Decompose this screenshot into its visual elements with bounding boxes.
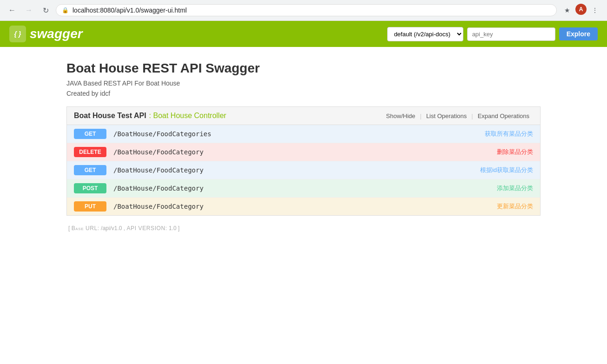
main-content: Boat House REST API Swagger JAVA Based R… [48,47,559,245]
api-created-by: Created by idcf [66,90,541,97]
swagger-header: { } swagger default (/v2/api-docs) Explo… [0,21,607,47]
show-hide-link[interactable]: Show/Hide [383,113,419,119]
api-version-label: API VERSION: [127,225,167,232]
api-section-actions: Show/Hide | List Operations | Expand Ope… [383,113,533,119]
api-title: Boat House REST API Swagger [66,61,541,76]
operation-summary: 添加菜品分类 [497,184,533,192]
divider-1: | [419,113,422,119]
menu-button[interactable]: ⋮ [588,4,601,17]
bookmark-button[interactable]: ★ [561,4,574,17]
swagger-logo: { } swagger [9,26,387,42]
bracket-open: [ [68,225,72,232]
back-button[interactable]: ← [6,4,19,17]
address-bar: 🔒 [56,4,557,16]
api-docs-select[interactable]: default (/v2/api-docs) [387,27,463,41]
operations-list: GET/BoatHouse/FoodCategories获取所有菜品分类DELE… [67,125,540,215]
operation-summary: 根据id获取菜品分类 [480,166,533,174]
method-badge-get: GET [74,129,106,139]
api-description: JAVA Based REST API For Boat House [66,79,541,87]
operation-path: /BoatHouse/FoodCategories [113,130,485,138]
divider-2: | [470,113,474,119]
operation-row[interactable]: PUT/BoatHouse/FoodCategory更新菜品分类 [67,198,540,215]
api-version-value: 1.0 [169,225,177,232]
explore-button[interactable]: Explore [559,27,598,40]
api-key-input[interactable] [467,27,555,41]
api-section-subtitle: : Boat House Controller [149,112,226,120]
method-badge-post: POST [74,183,106,193]
forward-button[interactable]: → [22,4,35,17]
operation-path: /BoatHouse/FoodCategory [113,203,497,210]
url-input[interactable] [73,7,551,14]
api-section: Boat House Test API : Boat House Control… [66,106,541,216]
list-operations-link[interactable]: List Operations [422,113,470,119]
expand-operations-link[interactable]: Expand Operations [474,113,533,119]
bracket-close: ] [178,225,179,232]
comma: , [124,225,127,232]
reload-button[interactable]: ↻ [39,4,52,17]
operation-row[interactable]: POST/BoatHouse/FoodCategory添加菜品分类 [67,179,540,198]
method-badge-get: GET [74,165,106,175]
operation-row[interactable]: GET/BoatHouse/FoodCategory根据id获取菜品分类 [67,161,540,179]
operation-summary: 删除菜品分类 [497,148,533,156]
operation-path: /BoatHouse/FoodCategory [113,166,480,174]
base-url-label: Base URL: [72,225,99,232]
lock-icon: 🔒 [62,7,69,13]
method-badge-put: PUT [74,201,106,212]
method-badge-delete: DELETE [74,147,106,157]
swagger-controls: default (/v2/api-docs) Explore [387,27,598,41]
browser-chrome: ← → ↻ 🔒 ★ A ⋮ [0,0,607,21]
api-footer: [ Base URL: /api/v1.0 , API VERSION: 1.0… [66,225,541,232]
operation-row[interactable]: DELETE/BoatHouse/FoodCategory删除菜品分类 [67,143,540,161]
operation-summary: 获取所有菜品分类 [485,130,533,138]
base-url-value: /api/v1.0 [101,225,122,232]
api-section-header: Boat House Test API : Boat House Control… [67,107,540,125]
swagger-logo-icon: { } [9,26,26,42]
user-avatar: A [575,4,587,15]
swagger-logo-text: swagger [30,26,83,41]
operation-path: /BoatHouse/FoodCategory [113,185,497,192]
operation-summary: 更新菜品分类 [497,202,533,211]
api-section-title: Boat House Test API [74,112,146,120]
operation-row[interactable]: GET/BoatHouse/FoodCategories获取所有菜品分类 [67,125,540,143]
operation-path: /BoatHouse/FoodCategory [113,148,497,156]
